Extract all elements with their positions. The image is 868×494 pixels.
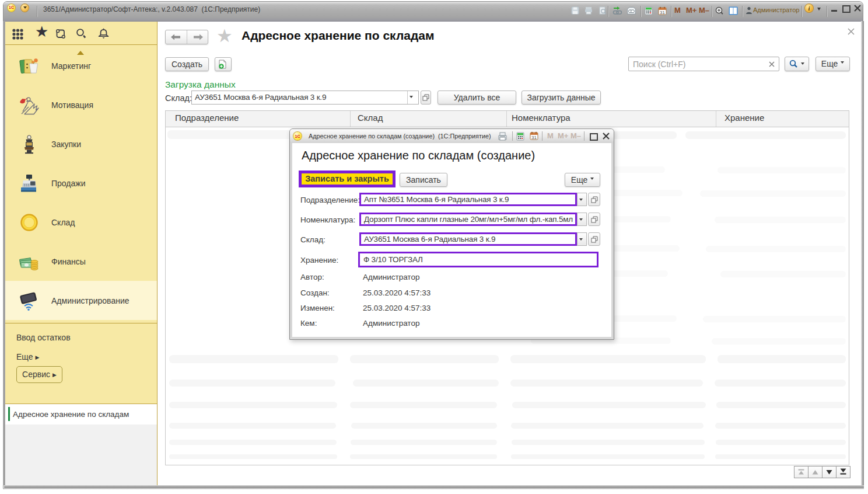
svg-text:31: 31 [660,10,665,15]
svg-text:31: 31 [531,135,537,140]
